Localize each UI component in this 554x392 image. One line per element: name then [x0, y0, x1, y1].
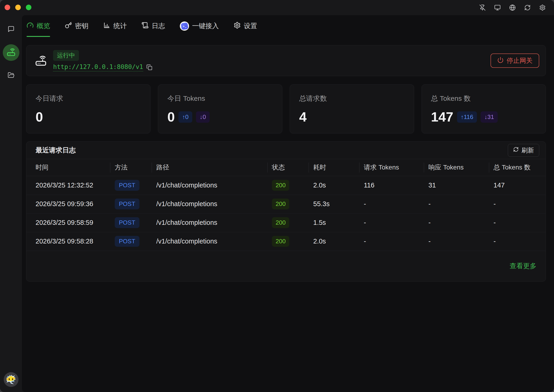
- terminal-app-icon: >_: [180, 21, 189, 31]
- stat-label: 总 Tokens 数: [431, 94, 536, 103]
- col-status: 状态: [267, 159, 309, 176]
- cell-path: /v1/chat/completions: [152, 232, 267, 251]
- key-icon: [65, 22, 72, 30]
- settings-icon[interactable]: [539, 4, 546, 11]
- method-badge: POST: [115, 180, 139, 191]
- tokens-up-badge: ↑0: [179, 111, 192, 123]
- tokens-up-badge: ↑116: [457, 111, 477, 123]
- close-button[interactable]: [5, 5, 10, 10]
- col-path: 路径: [152, 159, 267, 176]
- col-time: 时间: [26, 159, 110, 176]
- stat-label: 今日 Tokens: [167, 94, 273, 103]
- sidebar-item-files[interactable]: [6, 70, 16, 81]
- stat-value: 0: [167, 110, 175, 124]
- col-response-tokens: 响应 Tokens: [424, 159, 489, 176]
- tab-label: 密钥: [75, 21, 88, 31]
- stop-gateway-button[interactable]: 停止网关: [490, 54, 539, 68]
- cell-response-tokens: 31: [424, 176, 489, 195]
- gear-icon: [234, 22, 241, 30]
- table-row: 2026/3/25 09:58:59 POST /v1/chat/complet…: [26, 213, 546, 232]
- col-total-tokens: 总 Tokens 数: [489, 159, 546, 176]
- cell-request-tokens: 116: [359, 176, 424, 195]
- stat-label: 今日请求: [36, 94, 141, 103]
- status-badge: 200: [272, 217, 289, 228]
- tab-label: 概览: [37, 21, 50, 31]
- refresh-label: 刷新: [521, 146, 534, 154]
- tab-settings[interactable]: 设置: [234, 15, 257, 37]
- logs-table: 时间 方法 路径 状态 耗时 请求 Tokens 响应 Tokens 总 Tok…: [26, 159, 546, 251]
- status-badge: 200: [272, 180, 289, 191]
- copy-icon[interactable]: [146, 64, 152, 70]
- pin-off-icon[interactable]: [479, 4, 486, 11]
- maximize-button[interactable]: [26, 5, 31, 10]
- logs-title: 最近请求日志: [36, 146, 76, 155]
- cell-path: /v1/chat/completions: [152, 213, 267, 232]
- titlebar: [0, 0, 554, 15]
- refresh-icon: [513, 147, 519, 154]
- cell-total-tokens: -: [489, 232, 546, 251]
- status-badge: 200: [272, 199, 289, 209]
- app-window: 😶‍🌫️ 概览 密钥 统计: [0, 0, 554, 392]
- table-row: 2026/3/25 09:59:36 POST /v1/chat/complet…: [26, 195, 546, 213]
- cell-duration: 2.0s: [309, 232, 359, 251]
- tab-logs[interactable]: 日志: [142, 15, 165, 37]
- tab-keys[interactable]: 密钥: [65, 15, 88, 37]
- cell-total-tokens: -: [489, 195, 546, 213]
- minimize-button[interactable]: [15, 5, 21, 10]
- router-icon: [7, 48, 15, 57]
- main-content: 概览 密钥 统计 日志 >_: [22, 15, 554, 392]
- stat-value: 147: [431, 110, 453, 124]
- display-icon[interactable]: [494, 4, 501, 11]
- cell-path: /v1/chat/completions: [152, 176, 267, 195]
- cell-time: 2026/3/25 09:58:28: [26, 232, 110, 251]
- gateway-status-card: 运行中 http://127.0.0.1:8080/v1 停止网关: [26, 45, 546, 76]
- tab-overview[interactable]: 概览: [27, 15, 50, 37]
- avatar[interactable]: 😶‍🌫️: [4, 372, 18, 387]
- tokens-down-badge: ↓31: [481, 111, 498, 123]
- table-row: 2026/3/25 12:32:52 POST /v1/chat/complet…: [26, 176, 546, 195]
- cell-request-tokens: -: [359, 232, 424, 251]
- stats-row: 今日请求 0 今日 Tokens 0 ↑0 ↓0 总请求数 4: [26, 84, 546, 133]
- router-icon: [35, 55, 47, 66]
- refresh-logs-button[interactable]: 刷新: [508, 144, 539, 157]
- table-header-row: 时间 方法 路径 状态 耗时 请求 Tokens 响应 Tokens 总 Tok…: [26, 159, 546, 176]
- cell-duration: 55.3s: [309, 195, 359, 213]
- bar-chart-icon: [103, 22, 110, 30]
- view-more-link[interactable]: 查看更多: [510, 261, 536, 271]
- cell-response-tokens: -: [424, 232, 489, 251]
- cell-total-tokens: 147: [489, 176, 546, 195]
- chat-icon: [8, 26, 14, 34]
- cell-path: /v1/chat/completions: [152, 195, 267, 213]
- recent-logs-card: 最近请求日志 刷新 时间 方法 路径: [26, 141, 546, 281]
- tab-stats[interactable]: 统计: [103, 15, 127, 37]
- sidebar-item-gateway[interactable]: [3, 44, 19, 61]
- folder-open-icon: [8, 72, 14, 80]
- gateway-url-link[interactable]: http://127.0.0.1:8080/v1: [53, 63, 143, 71]
- globe-icon[interactable]: [509, 4, 516, 11]
- col-method: 方法: [110, 159, 152, 176]
- scroll-icon: [142, 22, 149, 30]
- cell-request-tokens: -: [359, 213, 424, 232]
- status-badge: 200: [272, 236, 289, 247]
- tab-quick-connect[interactable]: >_ 一键接入: [180, 15, 219, 37]
- method-badge: POST: [115, 199, 139, 209]
- cell-time: 2026/3/25 12:32:52: [26, 176, 110, 195]
- tab-bar: 概览 密钥 统计 日志 >_: [26, 15, 546, 37]
- cell-duration: 1.5s: [309, 213, 359, 232]
- avatar-emoji: 😶‍🌫️: [6, 374, 16, 385]
- gauge-icon: [27, 22, 34, 30]
- traffic-lights: [5, 5, 31, 10]
- refresh-icon[interactable]: [524, 4, 531, 11]
- table-row: 2026/3/25 09:58:28 POST /v1/chat/complet…: [26, 232, 546, 251]
- stop-gateway-label: 停止网关: [507, 56, 532, 65]
- tab-label: 设置: [244, 21, 257, 31]
- stat-value: 0: [36, 110, 43, 124]
- tab-label: 日志: [152, 21, 165, 31]
- stat-card-today-tokens: 今日 Tokens 0 ↑0 ↓0: [158, 84, 282, 133]
- sidebar-item-chat[interactable]: [6, 24, 16, 35]
- cell-request-tokens: -: [359, 195, 424, 213]
- cell-response-tokens: -: [424, 195, 489, 213]
- cell-time: 2026/3/25 09:58:59: [26, 213, 110, 232]
- stat-label: 总请求数: [299, 94, 405, 103]
- tokens-down-badge: ↓0: [196, 111, 210, 123]
